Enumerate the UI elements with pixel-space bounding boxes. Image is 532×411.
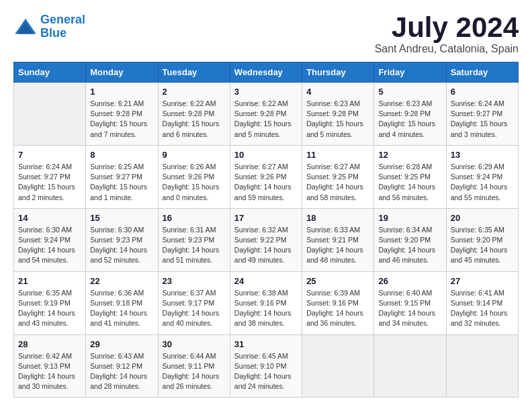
day-number: 25 [306,276,369,286]
day-info: Sunrise: 6:31 AM Sunset: 9:23 PM Dayligh… [163,225,226,266]
calendar-cell: 26Sunrise: 6:40 AM Sunset: 9:15 PM Dayli… [374,271,446,334]
day-info: Sunrise: 6:27 AM Sunset: 9:26 PM Dayligh… [234,162,298,203]
calendar-week-row: 7Sunrise: 6:24 AM Sunset: 9:27 PM Daylig… [14,145,519,208]
calendar-cell [374,334,446,398]
day-number: 5 [378,87,441,97]
day-info: Sunrise: 6:44 AM Sunset: 9:11 PM Dayligh… [163,351,226,392]
day-number: 17 [234,213,298,223]
day-info: Sunrise: 6:23 AM Sunset: 9:28 PM Dayligh… [378,99,441,140]
day-number: 28 [18,339,81,349]
calendar-cell: 20Sunrise: 6:35 AM Sunset: 9:20 PM Dayli… [446,208,518,271]
logo-line1: General [40,13,85,26]
day-number: 11 [306,150,369,160]
day-number: 6 [451,87,514,97]
day-number: 27 [451,276,514,286]
day-info: Sunrise: 6:22 AM Sunset: 9:28 PM Dayligh… [163,99,226,140]
day-number: 22 [90,276,153,286]
calendar-table: SundayMondayTuesdayWednesdayThursdayFrid… [13,62,519,398]
logo-text: General Blue [40,13,85,40]
weekday-header-cell: Saturday [446,62,518,83]
day-number: 24 [234,276,298,286]
day-info: Sunrise: 6:33 AM Sunset: 9:21 PM Dayligh… [306,225,369,266]
day-number: 26 [378,276,441,286]
day-info: Sunrise: 6:41 AM Sunset: 9:14 PM Dayligh… [451,288,514,329]
calendar-cell: 7Sunrise: 6:24 AM Sunset: 9:27 PM Daylig… [14,145,86,208]
day-number: 20 [451,213,514,223]
calendar-cell: 3Sunrise: 6:22 AM Sunset: 9:28 PM Daylig… [230,83,302,146]
day-number: 2 [163,87,226,97]
calendar-cell [14,83,86,146]
day-number: 8 [90,150,153,160]
calendar-cell: 2Sunrise: 6:22 AM Sunset: 9:28 PM Daylig… [158,83,230,146]
day-info: Sunrise: 6:29 AM Sunset: 9:24 PM Dayligh… [451,162,514,203]
calendar-week-row: 1Sunrise: 6:21 AM Sunset: 9:28 PM Daylig… [14,83,519,146]
day-info: Sunrise: 6:26 AM Sunset: 9:26 PM Dayligh… [163,162,226,203]
day-number: 21 [18,276,81,286]
day-number: 19 [378,213,441,223]
day-number: 7 [18,150,81,160]
logo: General Blue [13,13,85,40]
day-number: 14 [18,213,81,223]
day-info: Sunrise: 6:24 AM Sunset: 9:27 PM Dayligh… [18,162,81,203]
day-info: Sunrise: 6:45 AM Sunset: 9:10 PM Dayligh… [234,351,298,392]
day-number: 3 [234,87,298,97]
calendar-cell: 18Sunrise: 6:33 AM Sunset: 9:21 PM Dayli… [302,208,374,271]
calendar-cell: 31Sunrise: 6:45 AM Sunset: 9:10 PM Dayli… [230,334,302,398]
calendar-cell [302,334,374,398]
weekday-header-cell: Wednesday [230,62,302,83]
calendar-cell: 11Sunrise: 6:27 AM Sunset: 9:25 PM Dayli… [302,145,374,208]
day-info: Sunrise: 6:28 AM Sunset: 9:25 PM Dayligh… [378,162,441,203]
day-number: 10 [234,150,298,160]
calendar-cell: 29Sunrise: 6:43 AM Sunset: 9:12 PM Dayli… [86,334,158,398]
page-header: General Blue July 2024 Sant Andreu, Cata… [13,13,519,55]
calendar-cell: 19Sunrise: 6:34 AM Sunset: 9:20 PM Dayli… [374,208,446,271]
weekday-header-cell: Thursday [302,62,374,83]
calendar-cell: 4Sunrise: 6:23 AM Sunset: 9:28 PM Daylig… [302,83,374,146]
day-number: 16 [163,213,226,223]
calendar-week-row: 14Sunrise: 6:30 AM Sunset: 9:24 PM Dayli… [14,208,519,271]
calendar-cell: 25Sunrise: 6:39 AM Sunset: 9:16 PM Dayli… [302,271,374,334]
day-info: Sunrise: 6:39 AM Sunset: 9:16 PM Dayligh… [306,288,369,329]
day-number: 12 [378,150,441,160]
calendar-cell: 14Sunrise: 6:30 AM Sunset: 9:24 PM Dayli… [14,208,86,271]
day-info: Sunrise: 6:40 AM Sunset: 9:15 PM Dayligh… [378,288,441,329]
calendar-cell: 28Sunrise: 6:42 AM Sunset: 9:13 PM Dayli… [14,334,86,398]
weekday-header-cell: Friday [374,62,446,83]
calendar-cell [446,334,518,398]
day-info: Sunrise: 6:35 AM Sunset: 9:19 PM Dayligh… [18,288,81,329]
calendar-cell: 24Sunrise: 6:38 AM Sunset: 9:16 PM Dayli… [230,271,302,334]
calendar-body: 1Sunrise: 6:21 AM Sunset: 9:28 PM Daylig… [14,83,519,398]
day-number: 4 [306,87,369,97]
calendar-cell: 1Sunrise: 6:21 AM Sunset: 9:28 PM Daylig… [86,83,158,146]
day-number: 30 [163,339,226,349]
day-info: Sunrise: 6:34 AM Sunset: 9:20 PM Dayligh… [378,225,441,266]
day-info: Sunrise: 6:32 AM Sunset: 9:22 PM Dayligh… [234,225,298,266]
month-title: July 2024 [375,13,519,42]
day-info: Sunrise: 6:23 AM Sunset: 9:28 PM Dayligh… [306,99,369,140]
calendar-cell: 9Sunrise: 6:26 AM Sunset: 9:26 PM Daylig… [158,145,230,208]
day-info: Sunrise: 6:38 AM Sunset: 9:16 PM Dayligh… [234,288,298,329]
weekday-header-row: SundayMondayTuesdayWednesdayThursdayFrid… [14,62,519,83]
day-number: 31 [234,339,298,349]
calendar-week-row: 21Sunrise: 6:35 AM Sunset: 9:19 PM Dayli… [14,271,519,334]
day-number: 15 [90,213,153,223]
day-info: Sunrise: 6:36 AM Sunset: 9:18 PM Dayligh… [90,288,153,329]
day-info: Sunrise: 6:21 AM Sunset: 9:28 PM Dayligh… [90,99,153,140]
day-info: Sunrise: 6:27 AM Sunset: 9:25 PM Dayligh… [306,162,369,203]
calendar-cell: 16Sunrise: 6:31 AM Sunset: 9:23 PM Dayli… [158,208,230,271]
weekday-header-cell: Monday [86,62,158,83]
day-number: 23 [163,276,226,286]
calendar-cell: 17Sunrise: 6:32 AM Sunset: 9:22 PM Dayli… [230,208,302,271]
calendar-cell: 21Sunrise: 6:35 AM Sunset: 9:19 PM Dayli… [14,271,86,334]
day-info: Sunrise: 6:25 AM Sunset: 9:27 PM Dayligh… [90,162,153,203]
day-number: 29 [90,339,153,349]
calendar-cell: 15Sunrise: 6:30 AM Sunset: 9:23 PM Dayli… [86,208,158,271]
calendar-header: SundayMondayTuesdayWednesdayThursdayFrid… [14,62,519,83]
day-info: Sunrise: 6:37 AM Sunset: 9:17 PM Dayligh… [163,288,226,329]
location: Sant Andreu, Catalonia, Spain [375,43,519,55]
day-number: 13 [451,150,514,160]
day-info: Sunrise: 6:42 AM Sunset: 9:13 PM Dayligh… [18,351,81,392]
calendar-cell: 6Sunrise: 6:24 AM Sunset: 9:27 PM Daylig… [446,83,518,146]
day-number: 18 [306,213,369,223]
calendar-cell: 5Sunrise: 6:23 AM Sunset: 9:28 PM Daylig… [374,83,446,146]
